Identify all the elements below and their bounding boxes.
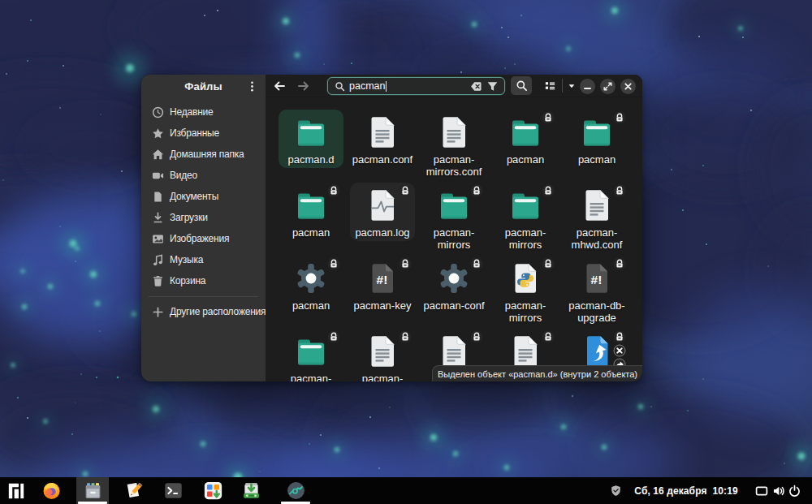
file-cell-pacman-r4c2[interactable]: pacman-	[350, 329, 415, 381]
file-cell-pacman.conf[interactable]: pacman.conf	[350, 110, 415, 168]
lock-emblem-icon	[542, 257, 555, 270]
sidebar-item-other-locations[interactable]: Другие расположения	[141, 301, 266, 322]
file-label: pacman-	[342, 373, 423, 381]
close-button[interactable]	[620, 79, 636, 94]
file-cell-pacman-mirrors-py[interactable]: pacman- mirrors	[493, 256, 558, 314]
sidebar-item-label: Другие расположения	[170, 306, 266, 317]
lock-emblem-icon	[327, 184, 340, 197]
file-label: pacman.log	[342, 226, 423, 239]
clock-date: Сб, 16 декабря	[634, 485, 706, 497]
text-file-icon	[363, 113, 402, 152]
close-icon	[622, 80, 634, 93]
file-label: pacman	[485, 153, 566, 166]
search-input[interactable]: pacman	[327, 77, 505, 95]
sidebar-item-videos[interactable]: Видео	[141, 165, 266, 186]
folder-file-icon	[577, 113, 616, 152]
filter-icon[interactable]	[486, 80, 499, 93]
emblems	[613, 111, 626, 124]
back-button[interactable]	[270, 78, 288, 94]
taskbar-launcher-files[interactable]	[76, 477, 109, 504]
maximize-button[interactable]	[600, 79, 615, 94]
file-cell-pacman-mhwd.conf[interactable]: pacman- mhwd.conf	[564, 183, 629, 241]
taskbar-launcher-menu[interactable]	[0, 477, 32, 504]
sidebar-item-label: Изображения	[170, 233, 229, 244]
file-cell-pacman-mirrors-1[interactable]: pacman- mirrors	[421, 183, 486, 241]
file-cell-pacman-conf-bin[interactable]: pacman-conf	[421, 256, 486, 314]
manjaro-app-icon	[7, 482, 25, 500]
text-cursor	[386, 81, 387, 92]
status-text: Выделен объект «pacman.d» (внутри 2 объе…	[438, 369, 637, 379]
taskbar-clock[interactable]: Сб, 16 декабря 10:19	[635, 477, 737, 504]
emblems	[327, 257, 340, 270]
search-icon	[516, 80, 528, 92]
file-cell-pacman.log[interactable]: pacman.log	[350, 183, 415, 241]
power-tray-icon[interactable]	[786, 477, 803, 504]
file-label: pacman-conf	[413, 299, 495, 312]
file-view: pacman.d pacman.conf pacman- mirrors.con…	[266, 97, 642, 381]
cross-emblem-icon	[613, 344, 626, 357]
monitor-app-icon	[286, 480, 306, 501]
sidebar-item-home[interactable]: Домашняя папка	[141, 144, 266, 165]
files-window: Файлы Недавние Избранные Домашняя папка …	[141, 75, 642, 381]
restore-icon	[602, 80, 614, 93]
taskbar-launcher-monitor[interactable]	[279, 477, 312, 504]
gear-file-icon	[292, 259, 330, 298]
sidebar-item-trash[interactable]: Корзина	[141, 270, 266, 291]
folder-file-icon	[434, 186, 473, 225]
emblems	[399, 184, 412, 197]
folder-file-icon	[506, 186, 545, 225]
search-value: pacman	[349, 80, 466, 92]
clear-search-icon[interactable]	[470, 80, 482, 93]
headerbar: pacman	[266, 75, 642, 97]
lock-emblem-icon	[470, 184, 483, 197]
image-icon	[152, 233, 164, 245]
sidebar: Файлы Недавние Избранные Домашняя папка …	[141, 75, 266, 381]
folder-file-icon	[292, 113, 330, 152]
sidebar-item-recent[interactable]: Недавние	[141, 101, 266, 123]
sidebar-item-pictures[interactable]: Изображения	[141, 228, 266, 249]
taskbar-launcher-software[interactable]	[197, 477, 229, 504]
emblems	[327, 330, 340, 343]
chevron-down-icon[interactable]	[567, 81, 577, 91]
status-bar: Выделен объект «pacman.d» (внутри 2 объе…	[432, 365, 642, 381]
file-cell-pacman-key[interactable]: pacman-key	[350, 256, 415, 314]
sidebar-item-starred[interactable]: Избранные	[141, 123, 266, 144]
taskbar-launcher-firefox[interactable]	[35, 477, 67, 504]
file-cell-pacman-mirrors-2[interactable]: pacman- mirrors	[493, 183, 558, 241]
main-pane: pacman	[266, 75, 642, 381]
clock-icon	[152, 106, 164, 118]
taskbar-launcher-editor[interactable]	[117, 477, 149, 504]
sidebar-item-downloads[interactable]: Загрузки	[141, 207, 266, 228]
file-label: pacman-key	[342, 299, 423, 312]
minimize-button[interactable]	[580, 79, 595, 94]
file-cell-pacman.d[interactable]: pacman.d	[279, 110, 343, 168]
taskbar-launcher-installer[interactable]	[235, 477, 267, 504]
view-options-button[interactable]	[539, 76, 580, 95]
sidebar-item-music[interactable]: Музыка	[141, 249, 266, 270]
file-cell-pacman-1[interactable]: pacman	[493, 110, 558, 168]
file-cell-pacman-db-upgrade[interactable]: pacman-db- upgrade	[564, 256, 629, 314]
lock-emblem-icon	[399, 257, 412, 270]
file-cell-pacman-bin[interactable]: pacman	[279, 256, 343, 314]
file-label: pacman-db- upgrade	[556, 299, 637, 324]
file-cell-pacman-mirrors.conf[interactable]: pacman- mirrors.conf	[421, 110, 486, 168]
doc-icon	[152, 191, 164, 203]
emblems	[470, 330, 483, 343]
file-cell-pacman-2[interactable]: pacman	[564, 110, 629, 168]
folder-file-icon	[292, 186, 330, 225]
sidebar-item-documents[interactable]: Документы	[141, 186, 266, 207]
tray-shield-icon[interactable]	[608, 477, 623, 504]
script-file-icon	[577, 259, 616, 298]
file-cell-pacman-r4c1[interactable]: pacman-	[279, 329, 343, 381]
emblems	[399, 330, 412, 343]
list-view-icon[interactable]	[544, 80, 556, 92]
menu-button[interactable]	[244, 78, 260, 94]
forward-button[interactable]	[295, 78, 313, 94]
sidebar-item-label: Домашняя папка	[170, 149, 244, 160]
taskbar: Сб, 16 декабря 10:19	[0, 477, 812, 504]
file-cell-pacman-3[interactable]: pacman	[279, 183, 343, 241]
taskbar-launcher-terminal[interactable]	[157, 477, 189, 504]
volume-tray-icon[interactable]	[770, 477, 787, 504]
display-tray-icon[interactable]	[753, 477, 770, 504]
search-toggle-button[interactable]	[511, 76, 532, 95]
